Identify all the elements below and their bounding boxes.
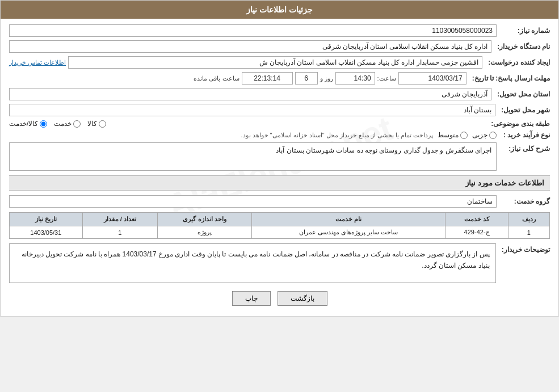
buyer-org-value: اداره کل بنیاد مسکن انقلاب اسلامی استان … (9, 40, 491, 53)
description-value: اجرای سنگفرش و جدول گذاری روستای نوجه ده… (9, 142, 497, 171)
process-label: نوع فرآیند خرید : (499, 131, 550, 139)
creator-value: افشین جزمی حسابدار اداره کل بنیاد مسکن ا… (68, 56, 482, 69)
process-jozi-label: جزیی (472, 131, 487, 139)
description-label: شرح کلی نیاز: (499, 142, 550, 153)
buyer-notes-label: توضیحات خریدار: (498, 243, 550, 254)
creator-label: ایجاد کننده درخواست: (485, 58, 550, 66)
category-khedmat-item: خدمت (54, 120, 81, 128)
category-kala-item: کالا (87, 120, 106, 128)
delivery-city-value: بستان آباد (9, 104, 495, 116)
page-header: جزئیات اطلاعات نیاز (1, 1, 558, 19)
category-kala-label: کالا (87, 120, 97, 128)
services-section-title: اطلاعات خدمات مورد نیاز (9, 175, 550, 191)
deadline-time-label: ساعت: (377, 75, 396, 82)
service-group-row: گروه خدمت: ساختمان (9, 195, 550, 208)
process-motavasset-radio[interactable] (460, 132, 468, 139)
service-group-value: ساختمان (9, 195, 497, 208)
col-date: تاریخ نیاز (10, 213, 83, 226)
delivery-city-row: شهر محل تحویل: بستان آباد (9, 104, 550, 116)
col-unit: واحد اندازه گیری (157, 213, 251, 226)
category-both-radio[interactable] (40, 120, 47, 128)
category-both-item: کالا/خدمت (9, 120, 47, 128)
process-motavasset-item: متوسط (438, 131, 468, 139)
deadline-days: 6 (295, 72, 318, 85)
deadline-days-label: روز و (320, 75, 333, 82)
buyer-org-label: نام دستگاه خریدار: (494, 43, 550, 50)
cell-row-number: 1 (508, 226, 549, 239)
buyer-notes-value: پس از بارگزاری تصویر ضمانت نامه شرکت در … (9, 243, 496, 283)
services-table: ردیف کد خدمت نام خدمت واحد اندازه گیری ت… (9, 212, 550, 239)
buyer-org-row: نام دستگاه خریدار: اداره کل بنیاد مسکن ا… (9, 40, 550, 53)
creator-contact-link[interactable]: اطلاعات تماس خریدار (9, 59, 66, 66)
process-note: پرداخت تمام یا بخشی از مبلغ خریداز محل "… (241, 132, 433, 139)
col-service-name: نام خدمت (252, 213, 445, 226)
cell-service-name: ساخت سایر پروژه‌های مهندسی عمران (252, 226, 445, 239)
deadline-label: مهلت ارسال پاسخ: تا تاریخ: (469, 74, 550, 82)
remaining-label: ساعت باقی مانده (194, 75, 239, 82)
buyer-notes-row: توضیحات خریدار: پس از بارگزاری تصویر ضما… (9, 243, 550, 283)
col-service-code: کد خدمت (445, 213, 508, 226)
back-button[interactable]: بازگشت (278, 291, 327, 306)
table-header-row: ردیف کد خدمت نام خدمت واحد اندازه گیری ت… (10, 213, 550, 226)
delivery-province-label: استان محل تحویل: (494, 90, 550, 98)
delivery-province-row: استان محل تحویل: آذربایجان شرقی (9, 88, 550, 100)
remaining-time: 22:13:14 (242, 72, 293, 85)
table-row: 1 ج-42-429 ساخت سایر پروژه‌های مهندسی عم… (10, 226, 550, 239)
category-khedmat-label: خدمت (54, 120, 72, 128)
col-row-number: ردیف (508, 213, 549, 226)
category-both-label: کالا/خدمت (9, 120, 38, 128)
need-number-value: 1103005058000023 (9, 24, 497, 37)
col-quantity: تعداد / مقدار (82, 213, 157, 226)
description-row: شرح کلی نیاز: اجرای سنگفرش و جدول گذاری … (9, 142, 550, 171)
deadline-row: مهلت ارسال پاسخ: تا تاریخ: 1403/03/17 سا… (9, 72, 550, 85)
need-number-row: شماره نیاز: 1103005058000023 (9, 24, 550, 37)
cell-service-code: ج-42-429 (445, 226, 508, 239)
page-title: جزئیات اطلاعات نیاز (246, 5, 313, 14)
cell-date: 1403/05/31 (10, 226, 83, 239)
service-group-label: گروه خدمت: (499, 197, 550, 205)
category-radio-group: کالا خدمت کالا/خدمت (9, 120, 485, 128)
process-row: نوع فرآیند خرید : جزیی متوسط پرداخت تمام… (9, 131, 550, 139)
cell-quantity: 1 (82, 226, 157, 239)
deadline-time: 14:30 (335, 72, 375, 85)
category-row: طبقه بندی موضوعی: کالا خدمت کالا/خدمت (9, 120, 550, 128)
category-label: طبقه بندی موضوعی: (487, 120, 550, 128)
category-khedmat-radio[interactable] (73, 120, 81, 128)
process-jozi-radio[interactable] (489, 132, 497, 139)
category-kala-radio[interactable] (99, 120, 106, 128)
deadline-date: 1403/03/17 (398, 72, 466, 85)
process-motavasset-label: متوسط (438, 131, 459, 139)
process-jozi-item: جزیی (472, 131, 497, 139)
print-button[interactable]: چاپ (232, 291, 271, 306)
delivery-province-value: آذربایجان شرقی (9, 88, 491, 100)
delivery-city-label: شهر محل تحویل: (498, 106, 550, 114)
creator-row: ایجاد کننده درخواست: افشین جزمی حسابدار … (9, 56, 550, 69)
cell-unit: پروژه (157, 226, 251, 239)
need-number-label: شماره نیاز: (499, 27, 550, 35)
process-options: جزیی متوسط پرداخت تمام یا بخشی از مبلغ خ… (9, 131, 497, 139)
action-buttons: بازگشت چاپ (9, 291, 550, 306)
